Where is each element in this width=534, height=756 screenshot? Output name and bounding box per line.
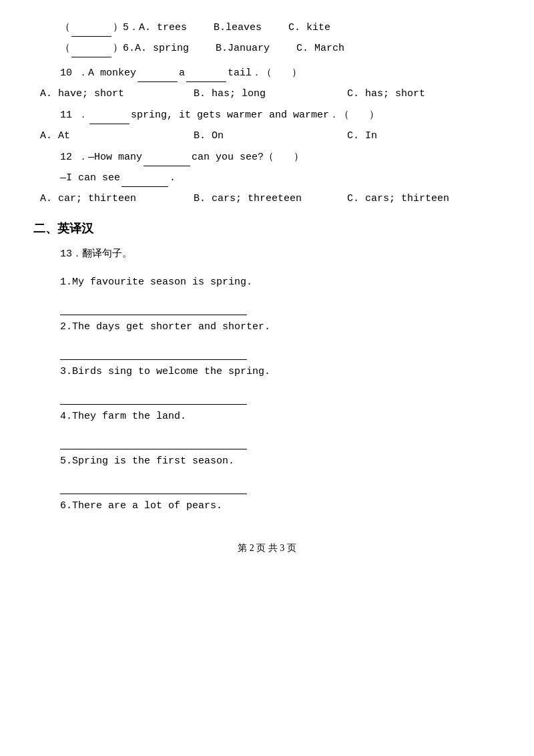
q10-options: A. have; short B. has; long C. has; shor… bbox=[33, 86, 501, 102]
q11-tail2: ） bbox=[369, 108, 379, 124]
q12-options: A. car; thirteen B. cars; threeteen C. c… bbox=[33, 191, 501, 207]
q12-tail2: ） bbox=[294, 150, 304, 166]
q6-prefix: （ bbox=[60, 41, 70, 57]
q13-label-text: 13．翻译句子。 bbox=[60, 248, 132, 260]
q6-blank bbox=[71, 41, 111, 57]
q11-options: A. At B. On C. In bbox=[33, 128, 501, 144]
sentence-6-text: 6.There are a lot of pears. bbox=[60, 498, 501, 514]
q10-tail: tail．（ bbox=[228, 65, 272, 81]
section2-header: 二、英译汉 bbox=[33, 219, 501, 238]
q11-paren-space bbox=[349, 108, 369, 124]
sentence-3-text: 3.Birds sing to welcome the spring. bbox=[60, 364, 501, 380]
q10-optC: C. has; short bbox=[347, 86, 501, 102]
answer-line-2 bbox=[60, 343, 247, 360]
answer-line-1 bbox=[60, 299, 247, 315]
q11-text: 11 ． bbox=[60, 108, 88, 124]
page-number: 第 2 页 共 3 页 bbox=[33, 541, 501, 556]
q13-sentence-1: 1.My favourite season is spring. bbox=[33, 274, 501, 319]
answer-line-3 bbox=[60, 388, 247, 405]
question-5: （ ）5．A. trees B.leaves C. kite bbox=[33, 20, 501, 37]
q12-paren-space bbox=[274, 150, 294, 166]
q10-blank1 bbox=[138, 65, 178, 82]
q5-prefix: （ bbox=[60, 20, 70, 36]
question-12-line1: 12 ．—How many can you see?（ ） bbox=[33, 150, 501, 166]
q10-optA: A. have; short bbox=[40, 86, 194, 102]
q11-blank bbox=[89, 108, 129, 124]
q10-paren-space bbox=[272, 65, 292, 81]
q10-tail2: ） bbox=[292, 65, 302, 81]
q12-line2-end: . bbox=[170, 170, 176, 186]
q12-optB: B. cars; threeteen bbox=[194, 191, 347, 207]
q13-label: 13．翻译句子。 bbox=[33, 246, 501, 262]
sentence-2-text: 2.The days get shorter and shorter. bbox=[60, 319, 501, 335]
question-11: 11 ． spring, it gets warmer and warmer．（… bbox=[33, 108, 501, 124]
q12-text: 12 ．—How many bbox=[60, 150, 142, 166]
q11-optB: B. On bbox=[194, 128, 347, 144]
q10-optB: B. has; long bbox=[194, 86, 347, 102]
q10-text: 10 ．A monkey bbox=[60, 65, 136, 81]
q13-sentence-6: 6.There are a lot of pears. bbox=[33, 498, 501, 514]
q12-blank1 bbox=[144, 150, 190, 166]
q5-optB: B.leaves bbox=[214, 20, 262, 36]
q11-optC: C. In bbox=[347, 128, 501, 144]
q13-sentence-4: 4.They farm the land. bbox=[33, 409, 501, 453]
q13-sentence-5: 5.Spring is the first season. bbox=[33, 453, 501, 498]
sentence-4-text: 4.They farm the land. bbox=[60, 409, 501, 425]
q11-optA: A. At bbox=[40, 128, 194, 144]
q5-optC: C. kite bbox=[288, 20, 330, 36]
question-10: 10 ．A monkey a tail．（ ） bbox=[33, 65, 501, 82]
q12-blank2 bbox=[121, 170, 168, 187]
q10-blank2 bbox=[186, 65, 226, 82]
q10-mid: a bbox=[179, 65, 185, 81]
question-6: （ ）6.A. spring B.January C. March bbox=[33, 41, 501, 57]
answer-line-4 bbox=[60, 433, 247, 449]
question-12-line2: —I can see . bbox=[33, 170, 501, 187]
q6-optC: C. March bbox=[296, 41, 344, 57]
q5-suffix: ）5．A. trees bbox=[113, 20, 187, 36]
sentence-5-text: 5.Spring is the first season. bbox=[60, 453, 501, 469]
sentence-1-text: 1.My favourite season is spring. bbox=[60, 274, 501, 291]
q11-tail: spring, it gets warmer and warmer．（ bbox=[131, 108, 349, 124]
q12-line2-start: —I can see bbox=[60, 170, 120, 186]
q13-sentence-3: 3.Birds sing to welcome the spring. bbox=[33, 364, 501, 409]
answer-line-5 bbox=[60, 478, 247, 494]
q13-sentence-2: 2.The days get shorter and shorter. bbox=[33, 319, 501, 364]
q12-optA: A. car; thirteen bbox=[40, 191, 194, 207]
q6-optB: B.January bbox=[216, 41, 270, 57]
q6-suffix: ）6.A. spring bbox=[113, 41, 189, 57]
q12-optC: C. cars; thirteen bbox=[347, 191, 501, 207]
q5-blank bbox=[71, 20, 111, 37]
q12-tail: can you see?（ bbox=[192, 150, 274, 166]
